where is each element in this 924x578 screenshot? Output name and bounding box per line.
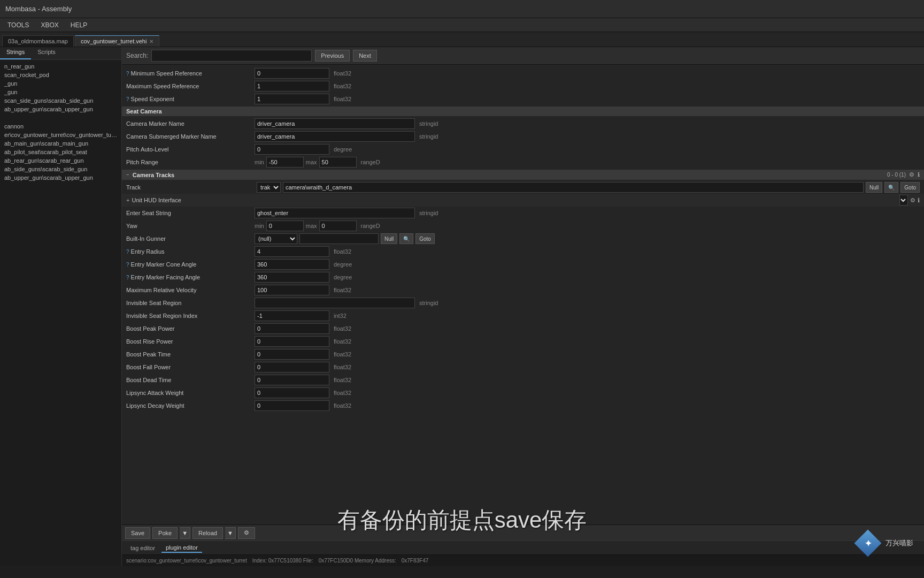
boost-peak-time-input[interactable] bbox=[255, 349, 329, 360]
field-row-camera-marker: Camera Marker Name stringid bbox=[122, 117, 924, 130]
next-button[interactable]: Next bbox=[353, 50, 377, 62]
list-item[interactable]: ab_upper_gun\scarab_upper_gun bbox=[2, 173, 119, 182]
boost-fall-input[interactable] bbox=[255, 362, 329, 372]
tab-plugin-editor[interactable]: plugin editor bbox=[161, 543, 202, 553]
list-item[interactable]: ab_pilot_seat\scarab_pilot_seat bbox=[2, 148, 119, 156]
sidebar-content: n_rear_gun scan_rocket_pod _gun _gun sca… bbox=[0, 60, 121, 566]
list-item[interactable]: ab_upper_gun\scarab_upper_gun bbox=[2, 105, 119, 113]
sidebar: Strings Scripts n_rear_gun scan_rocket_p… bbox=[0, 47, 122, 566]
boost-dead-input[interactable] bbox=[255, 375, 329, 385]
max-velocity-label: Maximum Relative Velocity bbox=[126, 287, 255, 293]
lipsync-attack-input[interactable] bbox=[255, 387, 329, 398]
track-goto-btn[interactable]: Goto bbox=[900, 182, 920, 193]
list-item[interactable]: scan_rocket_pod bbox=[2, 71, 119, 79]
reload-button[interactable]: Reload bbox=[192, 527, 223, 539]
collapse-camera-tracks[interactable]: − bbox=[126, 172, 129, 178]
max-speed-input[interactable] bbox=[255, 81, 329, 92]
track-search-btn[interactable]: 🔍 bbox=[884, 182, 898, 193]
camera-submerged-input[interactable] bbox=[255, 131, 415, 142]
question-icon[interactable]: ? bbox=[126, 262, 129, 268]
hud-info-icon[interactable]: ℹ bbox=[918, 197, 920, 204]
cone-angle-input[interactable] bbox=[255, 259, 329, 270]
right-panel: Search: Previous Next ? Minimum Speed Re… bbox=[122, 47, 924, 566]
pitch-range-min[interactable] bbox=[266, 157, 304, 168]
list-item[interactable]: n_rear_gun bbox=[2, 62, 119, 71]
section-camera-tracks: − Camera Tracks 0 - 0 (1) ⚙ ℹ bbox=[122, 170, 924, 180]
previous-button[interactable]: Previous bbox=[315, 50, 350, 62]
boost-peak-input[interactable] bbox=[255, 323, 329, 334]
lipsync-decay-input[interactable] bbox=[255, 400, 329, 411]
gunner-null-btn[interactable]: Null bbox=[381, 233, 397, 244]
boost-fall-label: Boost Fall Power bbox=[126, 364, 255, 370]
editor-tab[interactable]: cov_guntower_turret.vehi ✕ bbox=[75, 35, 160, 47]
boost-rise-input[interactable] bbox=[255, 336, 329, 347]
tab-tag-editor[interactable]: tag editor bbox=[126, 544, 159, 552]
bottom-tabs: tag editor plugin editor bbox=[122, 541, 924, 554]
question-icon[interactable]: ? bbox=[126, 275, 129, 280]
close-editor-tab[interactable]: ✕ bbox=[149, 39, 153, 44]
settings-button[interactable]: ⚙ bbox=[238, 527, 255, 539]
menu-xbox[interactable]: XBOX bbox=[35, 20, 64, 30]
menu-help[interactable]: HELP bbox=[65, 20, 93, 30]
facing-angle-input[interactable] bbox=[255, 272, 329, 283]
gunner-search-btn[interactable]: 🔍 bbox=[399, 233, 413, 244]
hud-gear-icon[interactable]: ⚙ bbox=[910, 197, 915, 204]
boost-dead-label: Boost Dead Time bbox=[126, 377, 255, 383]
invisible-index-input[interactable] bbox=[255, 310, 329, 321]
list-item[interactable]: _gun bbox=[2, 79, 119, 88]
yaw-label: Yaw bbox=[126, 223, 255, 229]
pitch-range-label: Pitch Range bbox=[126, 159, 255, 165]
gunner-type-select[interactable]: (null) bbox=[255, 233, 297, 244]
field-row-boost-fall: Boost Fall Power float32 bbox=[122, 361, 924, 374]
boost-peak-label: Boost Peak Power bbox=[126, 325, 255, 332]
list-item[interactable]: scan_side_guns\scarab_side_gun bbox=[2, 96, 119, 105]
yaw-min-input[interactable] bbox=[266, 220, 304, 231]
search-input[interactable] bbox=[151, 50, 312, 62]
poke-button[interactable]: Poke bbox=[152, 527, 178, 539]
info-icon[interactable]: ℹ bbox=[918, 171, 920, 178]
boost-rise-label: Boost Rise Power bbox=[126, 338, 255, 345]
enter-seat-input[interactable] bbox=[255, 208, 415, 218]
list-item[interactable]: cannon bbox=[2, 122, 119, 131]
invisible-region-input[interactable] bbox=[255, 298, 415, 308]
track-path-input[interactable] bbox=[283, 182, 864, 193]
camera-marker-input[interactable] bbox=[255, 118, 415, 129]
field-row-camera-submerged: Camera Submerged Marker Name stringid bbox=[122, 130, 924, 143]
yaw-max-input[interactable] bbox=[319, 220, 357, 231]
question-icon[interactable]: ? bbox=[126, 71, 129, 77]
gunner-goto-btn[interactable]: Goto bbox=[415, 233, 435, 244]
bottom-bar: Save Poke ▼ Reload ▼ ⚙ bbox=[122, 524, 924, 541]
camera-marker-label: Camera Marker Name bbox=[126, 120, 255, 127]
question-icon[interactable]: ? bbox=[126, 96, 129, 102]
camera-submerged-label: Camera Submerged Marker Name bbox=[126, 133, 255, 140]
save-button[interactable]: Save bbox=[125, 527, 150, 539]
field-row-pitch-range: Pitch Range min max rangeD bbox=[122, 156, 924, 169]
field-row-boost-rise: Boost Rise Power float32 bbox=[122, 335, 924, 348]
list-item[interactable]: ab_main_gun\scarab_main_gun bbox=[2, 139, 119, 148]
min-speed-input[interactable] bbox=[255, 68, 329, 79]
track-type-select[interactable]: trak bbox=[257, 182, 281, 193]
pitch-auto-input[interactable] bbox=[255, 144, 329, 155]
question-icon[interactable]: ? bbox=[126, 249, 129, 255]
list-item[interactable]: ab_rear_gun\scarab_rear_gun bbox=[2, 156, 119, 165]
pitch-range-max[interactable] bbox=[319, 157, 357, 168]
menu-tools[interactable]: TOOLS bbox=[2, 20, 34, 30]
poke-dropdown[interactable]: ▼ bbox=[180, 527, 190, 539]
hud-expand[interactable]: + bbox=[126, 197, 129, 203]
gunner-path-input[interactable] bbox=[299, 233, 379, 244]
list-item[interactable]: ab_side_guns\scarab_side_gun bbox=[2, 165, 119, 173]
sidebar-tab-strings[interactable]: Strings bbox=[0, 47, 31, 59]
speed-exp-input[interactable] bbox=[255, 94, 329, 104]
list-item[interactable]: er\cov_guntower_turret\cov_guntower_turr… bbox=[2, 131, 119, 139]
list-item[interactable]: _gun bbox=[2, 88, 119, 96]
max-velocity-input[interactable] bbox=[255, 285, 329, 295]
sidebar-tab-scripts[interactable]: Scripts bbox=[31, 47, 62, 59]
file-tab[interactable]: 03a_oldmombasa.map bbox=[2, 35, 74, 47]
settings-icon[interactable]: ⚙ bbox=[909, 171, 914, 178]
field-row-yaw: Yaw min max rangeD bbox=[122, 219, 924, 232]
reload-dropdown[interactable]: ▼ bbox=[225, 527, 236, 539]
track-null-btn[interactable]: Null bbox=[866, 182, 882, 193]
status-bar: scenario:cov_guntower_turret\cov_guntowe… bbox=[122, 554, 924, 566]
hud-dropdown[interactable] bbox=[899, 195, 908, 206]
entry-radius-input[interactable] bbox=[255, 246, 329, 257]
